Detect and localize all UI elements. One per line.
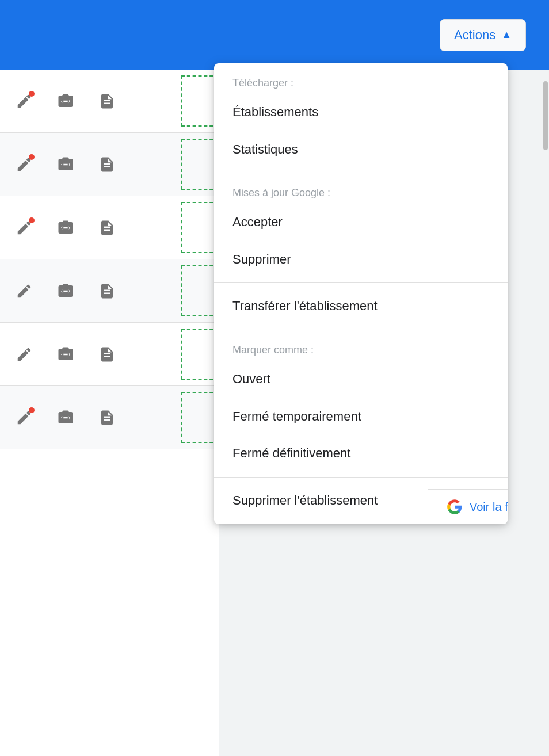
table-row (0, 133, 219, 196)
statistiques-item[interactable]: Statistiques (214, 131, 508, 169)
red-dot-indicator (29, 217, 35, 223)
voir-fiche-label: Voir la fiche (470, 501, 508, 514)
add-photo-button[interactable] (53, 278, 78, 304)
add-photo-button[interactable] (53, 215, 78, 240)
chevron-up-icon: ▲ (501, 29, 512, 41)
row-icons (12, 405, 120, 430)
red-dot-indicator (29, 91, 35, 97)
row-icons (12, 278, 120, 304)
add-doc-button[interactable] (94, 152, 120, 177)
row-icons (12, 152, 120, 177)
scrollbar-thumb[interactable] (543, 81, 548, 150)
ferme-temp-item[interactable]: Fermé temporairement (214, 398, 508, 436)
edit-button[interactable] (12, 215, 37, 240)
ferme-def-item[interactable]: Fermé définitivement (214, 435, 508, 472)
row-icons (12, 342, 120, 367)
edit-button[interactable] (12, 342, 37, 367)
dashed-placeholder (181, 202, 219, 253)
edit-button[interactable] (12, 152, 37, 177)
add-doc-button[interactable] (94, 405, 120, 430)
actions-dropdown: Télécharger : Établissements Statistique… (214, 63, 508, 524)
add-photo-button[interactable] (53, 89, 78, 114)
transfer-section: Transférer l'établissement (214, 283, 508, 330)
table-area (0, 70, 219, 756)
header-bar: Actions ▲ (0, 0, 549, 70)
edit-button[interactable] (12, 278, 37, 304)
row-icons (12, 215, 120, 240)
add-doc-button[interactable] (94, 278, 120, 304)
actions-button[interactable]: Actions ▲ (440, 19, 526, 51)
table-row (0, 196, 219, 259)
accepter-item[interactable]: Accepter (214, 204, 508, 241)
add-doc-button[interactable] (94, 89, 120, 114)
add-doc-button[interactable] (94, 342, 120, 367)
etablissements-item[interactable]: Établissements (214, 94, 508, 131)
red-dot-indicator (29, 154, 35, 160)
dashed-placeholder (181, 392, 219, 443)
marquer-section: Marquer comme : Ouvert Fermé temporairem… (214, 330, 508, 478)
add-photo-button[interactable] (53, 405, 78, 430)
edit-button[interactable] (12, 405, 37, 430)
scrollbar[interactable] (539, 70, 549, 756)
actions-label: Actions (454, 28, 495, 43)
table-row (0, 323, 219, 386)
google-updates-section: Mises à jour Google : Accepter Supprimer (214, 173, 508, 283)
dashed-placeholder (181, 265, 219, 316)
add-doc-button[interactable] (94, 215, 120, 240)
dashed-placeholder (181, 75, 219, 127)
add-photo-button[interactable] (53, 342, 78, 367)
edit-button[interactable] (12, 89, 37, 114)
dashed-placeholder (181, 329, 219, 380)
supprimer-item[interactable]: Supprimer (214, 241, 508, 278)
transferer-item[interactable]: Transférer l'établissement (214, 288, 508, 325)
table-row (0, 259, 219, 323)
google-updates-label: Mises à jour Google : (214, 178, 508, 204)
dashed-placeholder (181, 139, 219, 190)
telecharger-label: Télécharger : (214, 68, 508, 94)
row-icons (12, 89, 120, 114)
table-row (0, 70, 219, 133)
add-photo-button[interactable] (53, 152, 78, 177)
table-row (0, 386, 219, 449)
google-icon (447, 499, 463, 515)
ouvert-item[interactable]: Ouvert (214, 361, 508, 398)
red-dot-indicator (29, 407, 35, 413)
voir-fiche-button[interactable]: Voir la fiche (428, 489, 508, 524)
marquer-label: Marquer comme : (214, 335, 508, 361)
telecharger-section: Télécharger : Établissements Statistique… (214, 63, 508, 173)
